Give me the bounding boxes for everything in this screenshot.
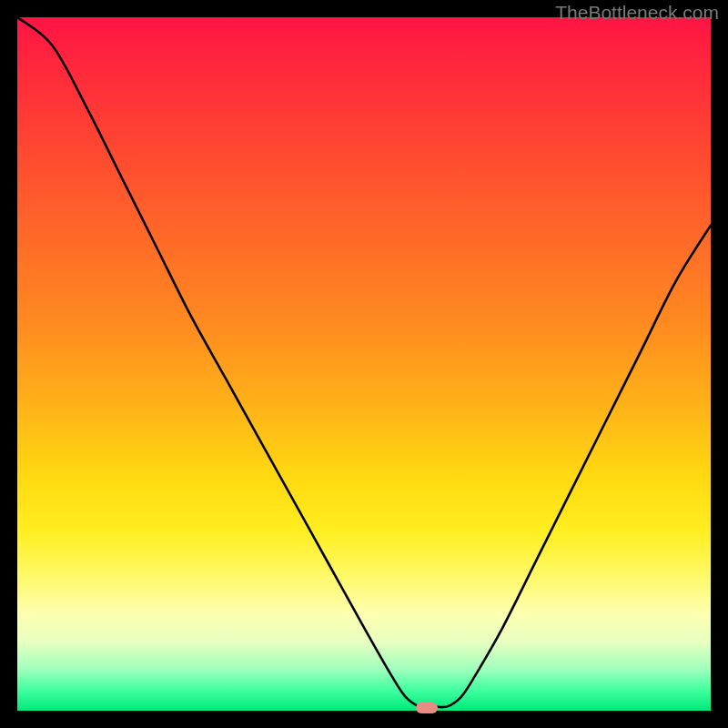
chart-plot-area: [17, 17, 711, 711]
watermark-text: TheBottleneck.com: [555, 2, 719, 24]
optimal-marker: [416, 703, 438, 713]
bottleneck-chart: TheBottleneck.com: [0, 0, 728, 728]
